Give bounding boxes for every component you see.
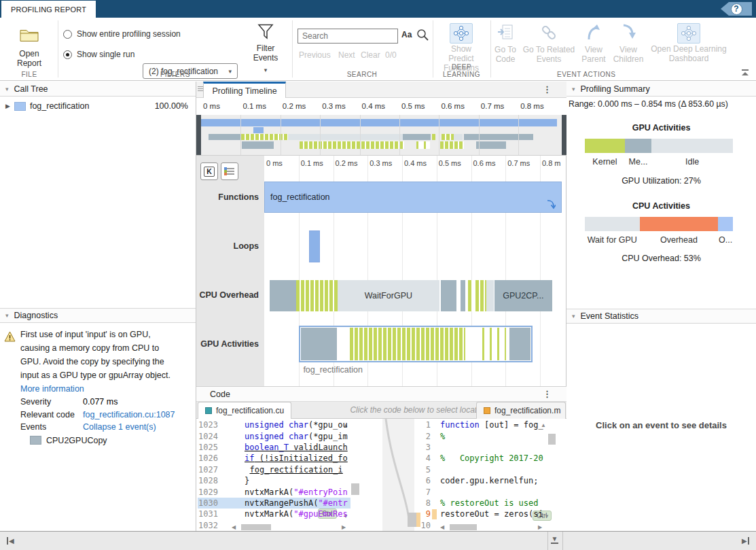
call-tree-row[interactable]: ▶ fog_rectification 100.00%: [0, 99, 196, 114]
timeline-segment[interactable]: [296, 280, 338, 311]
code-line[interactable]: 4% Copyright 2017-20: [414, 453, 547, 464]
overview-right-handle[interactable]: [562, 115, 566, 155]
timeline-segment[interactable]: [209, 134, 241, 140]
timeline-segment[interactable]: [475, 280, 486, 311]
go-to-related-events-button[interactable]: Go To Related Events: [520, 23, 577, 64]
m-code-pane[interactable]: ▲ Ctrl ▼ ◀ ▶ 1function [out] = fog_2%34%…: [414, 419, 566, 532]
timeline-segment[interactable]: [301, 328, 337, 360]
code-line[interactable]: 2%: [414, 430, 547, 441]
radio-entire-session[interactable]: Show entire profiling session: [63, 29, 181, 39]
tab-profiling-timeline[interactable]: Profiling Timeline: [203, 82, 286, 98]
summary-bar-segment[interactable]: [585, 139, 625, 153]
view-parent-button[interactable]: View Parent: [579, 23, 609, 64]
timeline-segment[interactable]: [241, 134, 288, 140]
timeline-segment[interactable]: WaitForGPU: [338, 280, 439, 311]
timeline-segment[interactable]: [403, 134, 431, 140]
code-line[interactable]: 1function [out] = fog_: [414, 419, 547, 430]
kernel-markers-button[interactable]: K: [200, 162, 218, 180]
code-line[interactable]: 1024unsigned char(*gpu_im: [198, 430, 350, 441]
open-deep-learning-dashboard-button[interactable]: Open Deep Learning Dashboard: [649, 23, 729, 63]
timeline-segment[interactable]: [476, 141, 506, 149]
overview-left-handle[interactable]: [196, 115, 201, 155]
timeline-segment[interactable]: [442, 134, 454, 140]
diagnostic-event-row[interactable]: CPU2GPUCopy: [30, 436, 193, 445]
code-line[interactable]: 9restoreOut = zeros(si: [414, 509, 547, 519]
timeline-segment[interactable]: [253, 127, 264, 133]
vertical-scrollbar[interactable]: [548, 434, 556, 445]
timeline-segment[interactable]: [300, 141, 404, 149]
tab-fog-rectification-cu[interactable]: fog_rectification.cu: [198, 402, 291, 419]
call-tree-header[interactable]: ▾ Call Tree: [0, 82, 196, 97]
drag-grip-icon[interactable]: [198, 86, 203, 92]
code-line[interactable]: 1030nvtxRangePushA("#entr: [198, 498, 350, 509]
timeline-segment[interactable]: [288, 134, 403, 140]
code-line[interactable]: 1027fog_rectification_i: [198, 464, 350, 475]
timeline-segment[interactable]: [440, 141, 464, 149]
diagnostics-header[interactable]: ▾ Diagnostics: [0, 308, 196, 323]
code-line[interactable]: 1026if (!isInitialized_fo: [198, 453, 350, 464]
summary-bar-segment[interactable]: [718, 217, 733, 231]
go-to-code-button[interactable]: Go To Code: [492, 23, 519, 64]
profiling-summary-header[interactable]: ▾ Profiling Summary: [566, 82, 756, 97]
timeline-segment[interactable]: [461, 280, 465, 311]
timeline-segment[interactable]: [486, 280, 494, 311]
timeline-segment[interactable]: GPU2CP...: [494, 280, 552, 311]
collapse-bottom-panel-button[interactable]: ▼: [551, 535, 558, 544]
code-line[interactable]: 3: [414, 442, 547, 453]
timeline-segment[interactable]: [482, 328, 506, 360]
code-line[interactable]: 1031nvtxMarkA("#gpuEmxRes: [198, 509, 350, 519]
code-line[interactable]: 1025boolean_T validLaunch: [198, 442, 350, 453]
help-button[interactable]: ?: [721, 2, 752, 16]
collapse-left-panel-button[interactable]: ◀: [7, 537, 14, 545]
code-line[interactable]: 5: [414, 464, 547, 475]
collapse-ribbon-button[interactable]: [740, 69, 751, 78]
timeline-overview[interactable]: [196, 115, 566, 156]
code-line[interactable]: 1032: [198, 520, 350, 531]
collapse-events-link[interactable]: Collapse 1 event(s): [83, 421, 156, 434]
timeline-segment[interactable]: [270, 280, 296, 311]
gpu-activities-bar[interactable]: [585, 139, 733, 153]
code-line[interactable]: 1023unsigned char(*gpu_ou: [198, 419, 350, 430]
gpu-activities-group[interactable]: [299, 326, 533, 362]
relevant-code-link[interactable]: fog_rectification.cu:1087: [83, 409, 175, 422]
code-line[interactable]: 1029nvtxMarkA("#entryPoin: [198, 486, 350, 497]
vertical-scrollbar[interactable]: [351, 483, 359, 495]
code-line[interactable]: 10: [414, 520, 547, 531]
search-icon[interactable]: [416, 28, 429, 41]
legend-button[interactable]: [221, 162, 238, 180]
code-menu-icon[interactable]: ⋮: [543, 389, 552, 399]
timeline-menu-icon[interactable]: ⋮: [543, 84, 552, 94]
code-line[interactable]: 8% restoreOut is used: [414, 498, 547, 509]
code-line[interactable]: 7: [414, 486, 547, 497]
more-information-link[interactable]: More information: [20, 382, 193, 396]
search-input[interactable]: [298, 29, 398, 44]
functions-event-bar[interactable]: fog_rectification: [264, 182, 562, 213]
cpu-activities-bar[interactable]: [585, 217, 733, 231]
code-line[interactable]: 1028}: [198, 475, 350, 486]
timeline-segment[interactable]: [309, 230, 320, 262]
search-clear-button[interactable]: Clear: [361, 50, 380, 60]
timeline-segment[interactable]: [242, 141, 274, 149]
app-tab[interactable]: PROFILING REPORT: [1, 1, 96, 18]
goto-arrow-icon[interactable]: [546, 199, 556, 209]
summary-bar-segment[interactable]: [585, 217, 640, 231]
timeline-segment[interactable]: [454, 134, 463, 140]
timeline-segment[interactable]: [350, 328, 465, 360]
code-line[interactable]: 6coder.gpu.kernelfun;: [414, 475, 547, 486]
timeline-segment[interactable]: [509, 328, 530, 360]
summary-bar-segment[interactable]: [640, 217, 719, 231]
event-statistics-header[interactable]: ▾ Event Statistics: [566, 309, 756, 324]
match-case-toggle[interactable]: Aa: [401, 30, 412, 39]
summary-bar-segment[interactable]: [651, 139, 733, 153]
timeline-segment[interactable]: [441, 280, 456, 311]
timeline-segment[interactable]: [201, 119, 557, 126]
search-previous-button[interactable]: Previous: [299, 50, 331, 60]
tab-fog-rectification-m[interactable]: fog_rectification.m: [476, 402, 566, 419]
view-children-button[interactable]: View Children: [610, 23, 647, 64]
expand-caret-icon[interactable]: ▶: [5, 103, 10, 109]
timeline-segment[interactable]: [432, 134, 435, 140]
summary-bar-segment[interactable]: [625, 139, 651, 153]
open-report-button[interactable]: Open Report: [7, 24, 52, 67]
timeline-segment[interactable]: [416, 141, 430, 149]
radio-single-run[interactable]: Show single run: [63, 50, 134, 59]
